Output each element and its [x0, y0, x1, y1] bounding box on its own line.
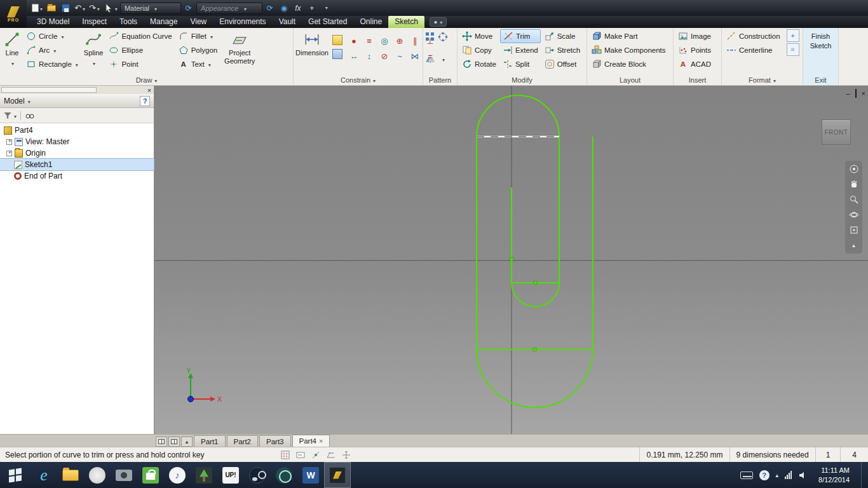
start-button[interactable] — [0, 462, 31, 488]
insert-points-button[interactable]: Points — [675, 43, 714, 57]
text-tool-button[interactable]: AText — [176, 57, 220, 71]
center-point-button[interactable]: + — [787, 29, 799, 42]
horizontal-constraint-icon[interactable]: ↔ — [346, 48, 362, 64]
taskbar-hp-button[interactable] — [84, 462, 111, 488]
browser-close-button[interactable]: × — [145, 86, 154, 94]
browser-scrollbar-thumb[interactable] — [1, 87, 97, 93]
expand-icon[interactable] — [6, 139, 12, 145]
adjust-appearance-icon[interactable]: ◉ — [278, 2, 290, 15]
taskbar-camera-button[interactable] — [111, 462, 137, 488]
look-at-icon[interactable] — [848, 224, 860, 236]
touch-keyboard-icon[interactable] — [740, 471, 753, 479]
insert-acad-button[interactable]: AACAD — [675, 57, 714, 71]
concentric-constraint-icon[interactable]: ◎ — [377, 33, 392, 48]
update-appearance-icon[interactable]: ⟳ — [264, 2, 276, 15]
search-tree-icon[interactable] — [25, 111, 35, 121]
tree-item-end-of-part[interactable]: End of Part — [0, 170, 154, 182]
coincident-constraint-icon[interactable]: ● — [346, 33, 362, 48]
document-tab-part3[interactable]: Part3 — [259, 435, 291, 447]
tab-sketch[interactable]: Sketch — [388, 16, 424, 28]
parallel-constraint-icon[interactable]: ∥ — [407, 33, 423, 48]
tab-inspect[interactable]: Inspect — [76, 16, 113, 28]
create-block-button[interactable]: Create Block — [589, 57, 668, 71]
equation-curve-tool-button[interactable]: Equation Curve — [106, 29, 174, 43]
dynamic-input-icon[interactable] — [295, 450, 306, 460]
spline-tool-button[interactable]: Spline — [82, 29, 105, 68]
graphics-window[interactable]: X Y – × FRONT ▴ — [154, 86, 868, 434]
draw-panel-label[interactable]: Draw — [0, 74, 293, 85]
tray-clock[interactable]: 11:11 AM 8/12/2014 — [813, 466, 855, 485]
construction-button[interactable]: Construction — [724, 29, 783, 43]
taskbar-obs-button[interactable] — [271, 462, 297, 488]
grid-display-icon[interactable] — [280, 450, 290, 460]
parameters-fx-button[interactable]: fx — [292, 2, 304, 15]
doc-minimize-button[interactable]: – — [846, 90, 850, 97]
taskbar-word-button[interactable]: W — [297, 462, 324, 488]
tree-item-origin[interactable]: Origin — [0, 147, 154, 159]
scale-tool-button[interactable]: Scale — [542, 29, 583, 43]
tab-environments[interactable]: Environments — [213, 16, 272, 28]
taskbar-steam-button[interactable] — [244, 462, 271, 488]
symmetric-constraint-icon[interactable]: ⋈ — [407, 48, 423, 64]
tree-item-part4[interactable]: Part4 — [0, 125, 154, 136]
tray-help-icon[interactable]: ? — [759, 470, 770, 480]
cascade-windows-button[interactable] — [168, 437, 180, 447]
fillet-tool-button[interactable]: Fillet — [176, 29, 220, 43]
tab-tools[interactable]: Tools — [113, 16, 144, 28]
taskbar-up-button[interactable]: UP! — [217, 462, 244, 488]
application-menu-button[interactable]: PRO — [0, 0, 27, 28]
doc-restore-button[interactable] — [855, 90, 857, 97]
tab-3d-model[interactable]: 3D Model — [31, 16, 76, 28]
circular-pattern-button[interactable] — [438, 32, 448, 42]
appearance-dropdown[interactable]: Appearance — [196, 3, 262, 14]
expand-icon[interactable] — [6, 151, 12, 156]
save-button[interactable] — [59, 2, 72, 15]
show-constraints-button[interactable] — [330, 47, 345, 61]
taskbar-ie-button[interactable]: e — [31, 462, 57, 488]
tab-manage[interactable]: Manage — [144, 16, 184, 28]
auto-dimension-button[interactable] — [330, 33, 345, 47]
rectangular-pattern-button[interactable] — [425, 32, 435, 42]
exit-panel-label[interactable]: Exit — [803, 74, 838, 85]
network-icon[interactable] — [785, 471, 792, 479]
tab-online[interactable]: Online — [353, 16, 388, 28]
polygon-tool-button[interactable]: Polygon — [176, 43, 220, 57]
taskbar-store-button[interactable] — [137, 462, 164, 488]
material-dropdown[interactable]: Material — [120, 3, 181, 14]
rotate-tool-button[interactable]: Rotate — [459, 57, 499, 71]
rectangle-tool-button[interactable]: Rectangle — [24, 57, 81, 71]
stretch-tool-button[interactable]: Stretch — [542, 43, 583, 57]
arc-tool-button[interactable]: Arc — [24, 43, 81, 57]
copy-tool-button[interactable]: Copy — [459, 43, 499, 57]
update-material-icon[interactable]: ⟳ — [182, 2, 195, 15]
taskbar-inventor-button[interactable] — [324, 462, 351, 488]
tab-get-started[interactable]: Get Started — [302, 16, 353, 28]
document-tab-part4[interactable]: Part4 × — [292, 435, 330, 447]
make-part-button[interactable]: Make Part — [589, 29, 668, 43]
tab-view[interactable]: View — [184, 16, 213, 28]
vertical-constraint-icon[interactable]: ↕ — [362, 48, 377, 64]
customize-qat-button[interactable] — [320, 2, 332, 15]
collinear-constraint-icon[interactable]: ≡ — [362, 33, 377, 48]
taskbar-file-explorer-button[interactable] — [57, 462, 84, 488]
make-components-button[interactable]: Make Components — [589, 43, 668, 57]
browser-help-button[interactable]: ? — [140, 96, 150, 106]
driven-dimension-button[interactable]: ⌗ — [787, 43, 799, 56]
fix-constraint-icon[interactable]: ⊕ — [392, 33, 407, 48]
doc-close-button[interactable]: × — [862, 90, 865, 97]
document-tab-part1[interactable]: Part1 — [194, 435, 226, 447]
format-panel-label[interactable]: Format — [722, 74, 803, 85]
tab-vault[interactable]: Vault — [273, 16, 302, 28]
dimension-display-icon[interactable] — [326, 450, 336, 460]
insert-image-button[interactable]: Image — [675, 29, 714, 43]
taskbar-nature-app-button[interactable] — [191, 462, 217, 488]
document-tab-part2[interactable]: Part2 — [227, 435, 259, 447]
split-tool-button[interactable]: Split — [500, 57, 541, 71]
navigation-wheel-icon[interactable] — [848, 163, 860, 175]
layout-panel-label[interactable]: Layout — [587, 74, 673, 85]
pattern-panel-label[interactable]: Pattern — [423, 74, 457, 85]
filter-button[interactable] — [4, 111, 17, 120]
tab-close-icon[interactable]: × — [319, 437, 323, 445]
browser-header[interactable]: Model ? — [0, 94, 154, 108]
circle-tool-button[interactable]: Circle — [24, 29, 81, 43]
